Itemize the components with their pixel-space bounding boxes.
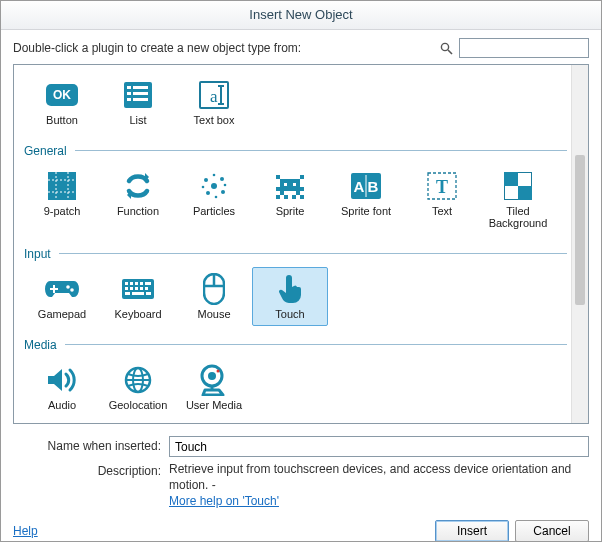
svg-rect-63 <box>135 282 138 285</box>
svg-rect-44 <box>300 195 304 199</box>
svg-rect-43 <box>292 195 296 199</box>
plugin-touch[interactable]: Touch <box>252 267 328 326</box>
svg-rect-10 <box>133 98 148 101</box>
svg-rect-54 <box>504 172 518 186</box>
svg-rect-45 <box>284 183 287 186</box>
help-link[interactable]: Help <box>13 524 38 538</box>
svg-rect-55 <box>518 186 532 200</box>
svg-rect-68 <box>135 287 138 290</box>
svg-point-31 <box>215 195 218 198</box>
svg-text:B: B <box>368 178 379 195</box>
svg-rect-7 <box>127 92 131 95</box>
svg-rect-32 <box>276 175 280 179</box>
svg-rect-5 <box>127 86 131 89</box>
plugin-list: OK Button List a Text box <box>13 64 589 424</box>
svg-rect-39 <box>280 191 284 195</box>
gamepad-icon <box>45 272 79 306</box>
svg-point-59 <box>70 288 74 292</box>
plugin-textbox[interactable]: a Text box <box>176 73 252 132</box>
instruction-text: Double-click a plugin to create a new ob… <box>13 41 433 55</box>
plugin-sprite[interactable]: Sprite <box>252 164 328 235</box>
svg-point-28 <box>213 173 216 176</box>
svg-text:T: T <box>436 177 448 197</box>
svg-rect-69 <box>140 287 143 290</box>
name-input[interactable] <box>169 436 589 457</box>
plugin-audio[interactable]: Audio <box>24 358 100 417</box>
svg-rect-66 <box>125 287 128 290</box>
plugin-9patch[interactable]: 9-patch <box>24 164 100 235</box>
svg-text:A: A <box>354 178 365 195</box>
description-text: Retrieve input from touchscreen devices,… <box>169 461 589 510</box>
plugin-function[interactable]: Function <box>100 164 176 235</box>
svg-rect-35 <box>296 179 300 183</box>
svg-rect-72 <box>132 292 144 295</box>
ok-button-icon: OK <box>45 78 79 112</box>
description-label: Description: <box>13 461 169 478</box>
svg-rect-64 <box>140 282 143 285</box>
cancel-button[interactable]: Cancel <box>515 520 589 542</box>
svg-text:a: a <box>210 87 218 106</box>
plugin-tiled-background[interactable]: Tiled Background <box>480 164 556 235</box>
more-help-link[interactable]: More help on 'Touch' <box>169 494 279 508</box>
plugin-usermedia[interactable]: User Media <box>176 358 252 417</box>
svg-text:OK: OK <box>53 88 71 102</box>
plugin-keyboard[interactable]: Keyboard <box>100 267 176 326</box>
plugin-gamepad[interactable]: Gamepad <box>24 267 100 326</box>
svg-point-24 <box>204 178 208 182</box>
plugin-text[interactable]: T Text <box>404 164 480 235</box>
search-input[interactable] <box>459 38 589 58</box>
svg-rect-42 <box>284 195 288 199</box>
svg-rect-16 <box>48 172 76 200</box>
plugin-list[interactable]: List <box>100 73 176 132</box>
section-input: Input <box>24 247 567 261</box>
svg-point-82 <box>217 369 220 372</box>
svg-marker-76 <box>48 369 62 391</box>
scrollbar[interactable] <box>571 65 588 423</box>
svg-rect-57 <box>50 288 58 290</box>
section-media: Media <box>24 338 567 352</box>
svg-line-1 <box>448 50 452 54</box>
function-icon <box>121 169 155 203</box>
svg-rect-71 <box>125 292 130 295</box>
keyboard-icon <box>121 272 155 306</box>
window-title: Insert New Object <box>249 7 352 22</box>
svg-rect-73 <box>146 292 151 295</box>
plugin-mouse[interactable]: Mouse <box>176 267 252 326</box>
sprite-icon <box>273 169 307 203</box>
svg-rect-67 <box>130 287 133 290</box>
svg-point-27 <box>221 190 225 194</box>
mouse-icon <box>197 272 231 306</box>
svg-rect-9 <box>127 98 131 101</box>
touch-icon <box>273 272 307 306</box>
insert-button[interactable]: Insert <box>435 520 509 542</box>
name-label: Name when inserted: <box>13 436 169 453</box>
particles-icon <box>197 169 231 203</box>
plugin-geolocation[interactable]: Geolocation <box>100 358 176 417</box>
audio-icon <box>45 363 79 397</box>
plugin-button[interactable]: OK Button <box>24 73 100 132</box>
spritefont-icon: AB <box>349 169 383 203</box>
svg-rect-70 <box>145 287 148 290</box>
plugin-spritefont[interactable]: AB Sprite font <box>328 164 404 235</box>
svg-rect-37 <box>280 183 300 187</box>
svg-rect-36 <box>284 179 296 183</box>
globe-icon <box>121 363 155 397</box>
textbox-icon: a <box>197 78 231 112</box>
list-icon <box>121 78 155 112</box>
svg-rect-33 <box>300 175 304 179</box>
svg-rect-8 <box>133 92 148 95</box>
section-general: General <box>24 144 567 158</box>
svg-point-29 <box>202 185 205 188</box>
svg-rect-62 <box>130 282 133 285</box>
tiledbg-icon <box>501 169 535 203</box>
scrollbar-thumb[interactable] <box>575 155 585 305</box>
ninepatch-icon <box>45 169 79 203</box>
svg-rect-65 <box>145 282 151 285</box>
plugin-particles[interactable]: Particles <box>176 164 252 235</box>
svg-rect-61 <box>125 282 128 285</box>
search-icon <box>439 41 453 55</box>
svg-point-25 <box>220 177 224 181</box>
text-icon: T <box>425 169 459 203</box>
svg-rect-34 <box>280 179 284 183</box>
svg-rect-38 <box>276 187 304 191</box>
